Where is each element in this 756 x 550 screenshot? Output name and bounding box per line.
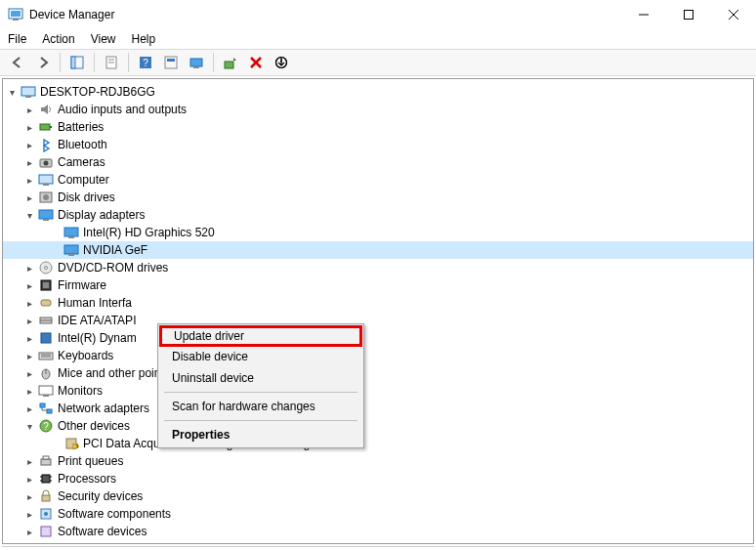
tree-device[interactable]: ! PCI Data Acquisition and Signal Proces…	[3, 435, 753, 452]
ctx-properties-label: Properties	[172, 428, 230, 442]
scan-hardware-button[interactable]	[185, 52, 208, 73]
caret-right-icon[interactable]: ▸	[22, 349, 36, 362]
caret-right-icon[interactable]: ▸	[22, 454, 36, 468]
caret-right-icon[interactable]: ▸	[22, 296, 36, 310]
disable-device-button[interactable]	[270, 52, 293, 73]
tree-category[interactable]: ▸ Software components	[3, 505, 753, 523]
tree-category-label: Cameras	[58, 155, 105, 169]
printer-icon	[38, 453, 54, 469]
tree-category[interactable]: ▸ Audio inputs and outputs	[3, 101, 753, 118]
update-driver-button[interactable]	[219, 52, 242, 73]
svg-text:?: ?	[43, 421, 49, 432]
ctx-uninstall-device-label: Uninstall device	[172, 371, 254, 385]
svg-rect-61	[41, 459, 51, 465]
caret-down-icon[interactable]: ▾	[22, 208, 36, 222]
help-button[interactable]: ?	[134, 52, 157, 73]
tree-category[interactable]: ▸ Bluetooth	[3, 136, 753, 153]
tree-category[interactable]: ▸ Print queues	[3, 452, 753, 470]
caret-right-icon[interactable]: ▸	[22, 173, 36, 187]
caret-right-icon[interactable]: ▸	[22, 314, 36, 327]
tree-category-label: Processors	[58, 472, 116, 486]
svg-rect-53	[43, 395, 49, 397]
tree-category[interactable]: ▸ Mice and other pointing devices	[3, 364, 753, 382]
tree-category[interactable]: ▸ Intel(R) Dynam	[3, 329, 753, 347]
caret-right-icon[interactable]: ▸	[22, 103, 36, 116]
caret-right-icon[interactable]: ▸	[22, 525, 36, 538]
show-hide-tree-button[interactable]	[65, 52, 89, 73]
ctx-properties[interactable]: Properties	[160, 424, 361, 445]
svg-point-40	[45, 267, 48, 270]
caret-down-icon[interactable]: ▾	[22, 419, 36, 433]
tree-device-selected[interactable]: NVIDIA GeF	[3, 241, 753, 259]
ctx-uninstall-device[interactable]: Uninstall device	[160, 367, 361, 389]
caret-right-icon[interactable]: ▸	[22, 384, 36, 398]
tree-category-label: Security devices	[58, 489, 143, 503]
display-icon	[63, 225, 79, 240]
tree-root-label: DESKTOP-RDJB6GG	[40, 85, 155, 99]
menu-file[interactable]: File	[8, 32, 26, 46]
maximize-button[interactable]	[666, 0, 711, 29]
status-bar	[2, 546, 754, 550]
tree-category[interactable]: ▾ Display adapters	[3, 206, 753, 224]
tree-category[interactable]: ▸ Cameras	[3, 153, 753, 171]
tree-category[interactable]: ▸ Monitors	[3, 382, 753, 400]
caret-right-icon[interactable]: ▸	[22, 120, 36, 134]
tree-category[interactable]: ▸ Network adapters	[3, 400, 753, 417]
tree-category[interactable]: ▸ Keyboards	[3, 347, 753, 364]
caret-right-icon[interactable]: ▸	[22, 489, 36, 503]
caret-right-icon[interactable]: ▸	[22, 366, 36, 380]
svg-rect-23	[21, 87, 35, 96]
window-title: Device Manager	[29, 8, 114, 21]
tree-category[interactable]: ▸ Security devices	[3, 487, 753, 505]
tree-category[interactable]: ▸ Human Interfa	[3, 294, 753, 312]
tree-device[interactable]: Intel(R) HD Graphics 520	[3, 224, 753, 241]
uninstall-device-button[interactable]	[244, 52, 268, 73]
toolbar-icon-1[interactable]	[159, 52, 183, 73]
svg-rect-35	[64, 228, 78, 236]
svg-point-28	[44, 161, 49, 166]
ctx-scan-hardware[interactable]: Scan for hardware changes	[160, 396, 361, 417]
tree-category[interactable]: ▸ IDE ATA/ATAPI	[3, 312, 753, 329]
forward-button[interactable]	[31, 52, 55, 73]
camera-icon	[38, 154, 54, 170]
close-button[interactable]	[711, 0, 756, 29]
intel-icon	[38, 330, 54, 346]
tree-category-label: Batteries	[58, 120, 104, 134]
tree-category[interactable]: ▸ Computer	[3, 171, 753, 189]
svg-rect-15	[167, 59, 175, 62]
caret-right-icon[interactable]: ▸	[22, 155, 36, 169]
device-tree[interactable]: ▾ DESKTOP-RDJB6GG ▸ Audio inputs and out…	[3, 79, 753, 543]
svg-rect-37	[64, 245, 78, 254]
tree-category[interactable]: ▸ Disk drives	[3, 189, 753, 206]
tree-category[interactable]: ▸ Software devices	[3, 523, 753, 540]
caret-right-icon[interactable]: ▸	[22, 190, 36, 204]
caret-right-icon[interactable]: ▸	[22, 472, 36, 486]
ctx-update-driver[interactable]: Update driver	[159, 325, 362, 347]
tree-category[interactable]: ▸ Processors	[3, 470, 753, 487]
svg-rect-34	[43, 219, 49, 221]
minimize-button[interactable]	[621, 0, 666, 29]
tree-category-label: Intel(R) Dynam	[58, 331, 137, 345]
svg-rect-26	[50, 126, 52, 128]
menu-help[interactable]: Help	[132, 32, 156, 46]
caret-right-icon[interactable]: ▸	[22, 507, 36, 521]
tree-category[interactable]: ▸ DVD/CD-ROM drives	[3, 259, 753, 276]
properties-button[interactable]	[100, 52, 123, 73]
svg-rect-38	[68, 254, 74, 256]
tree-root[interactable]: ▾ DESKTOP-RDJB6GG	[3, 83, 753, 101]
menu-action[interactable]: Action	[42, 32, 74, 46]
back-button[interactable]	[6, 52, 29, 73]
hid-icon	[38, 295, 54, 311]
ctx-disable-device[interactable]: Disable device	[160, 346, 361, 367]
caret-right-icon[interactable]: ▸	[22, 261, 36, 275]
tree-category[interactable]: ▸ Firmware	[3, 276, 753, 294]
caret-right-icon[interactable]: ▸	[22, 402, 36, 415]
menu-view[interactable]: View	[91, 32, 116, 46]
caret-right-icon[interactable]: ▸	[22, 331, 36, 345]
caret-down-icon[interactable]: ▾	[5, 85, 19, 99]
tree-category[interactable]: ▾ ? Other devices	[3, 417, 753, 435]
caret-right-icon[interactable]: ▸	[22, 278, 36, 292]
tree-category[interactable]: ▸ Batteries	[3, 118, 753, 136]
caret-right-icon[interactable]: ▸	[22, 138, 36, 151]
tree-category-label: Audio inputs and outputs	[58, 103, 187, 116]
